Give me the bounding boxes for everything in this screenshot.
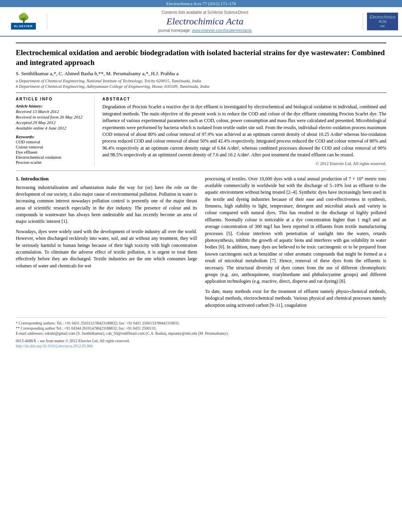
keywords-label: Keywords: [16, 134, 89, 139]
article-info-abstract-cols: ARTICLE INFO Article history: Received 1… [16, 97, 386, 165]
footnote-2: ** Corresponding author Tel.: +91 04344 … [16, 326, 386, 330]
article-title: Electrochemical oxidation and aerobic bi… [16, 48, 386, 67]
right-journal-logo: ElectrochimicaActa ISE [363, 13, 398, 30]
available-online-date: Available online 4 June 2012 [16, 126, 89, 130]
intro-paragraph-2: Nowadays, dyes were widely used with the… [16, 228, 197, 269]
elsevier-tree-icon: 🌳 [18, 13, 30, 23]
received-revised-date: Received in revised form 26 May 2012 [16, 115, 89, 119]
right-logo-box: ElectrochimicaActa ISE [367, 13, 398, 30]
left-col-article-info: ARTICLE INFO Article history: Received 1… [16, 97, 94, 165]
body-left-col: 1. Introduction Increasing industrializa… [16, 176, 197, 312]
section-number: 1. [16, 176, 20, 182]
intro-paragraph-1: Increasing industrialization and urbaniz… [16, 184, 197, 225]
keyword-5: Procion scarlet [16, 160, 89, 165]
elsevier-label: ELSEVIER [11, 23, 36, 30]
right-logo-title: ElectrochimicaActa [369, 15, 396, 24]
article-history-block: Article history: Received 13 March 2012 … [16, 104, 89, 130]
doi-link[interactable]: http://dx.doi.org/10.1016/j.electacta.20… [16, 344, 93, 348]
journal-homepage: journal homepage: www.elsevier.com/locat… [51, 28, 359, 33]
keyword-4: Electrochemical oxidation [16, 155, 89, 159]
affiliation-a: a Department of Chemical Engineering, Na… [16, 78, 386, 83]
right-logo-sub: ISE [369, 24, 396, 28]
accepted-date: Accepted 29 May 2012 [16, 120, 89, 125]
section-divider [16, 171, 386, 171]
elsevier-logo-section: 🌳 ELSEVIER [4, 13, 47, 30]
intro-right-paragraph-2: To date, many methods exist for the trea… [205, 288, 387, 309]
abstract-heading: ABSTRACT [102, 97, 386, 101]
introduction-title: 1. Introduction [16, 176, 197, 182]
article-info-heading: ARTICLE INFO [16, 97, 89, 101]
footer-issn: 0013-4686/$ – see front matter © 2012 El… [16, 339, 386, 343]
journal-header: 🌳 ELSEVIER Contents lists available at S… [0, 7, 402, 37]
abstract-text: Degradation of Procion Scarlet a reactiv… [102, 104, 386, 158]
article-title-section: Electrochemical oxidation and aerobic bi… [16, 43, 386, 93]
section-title-text: Introduction [21, 176, 49, 182]
keywords-section: Keywords: COD removal Colour removal Dye… [16, 134, 89, 165]
journal-title: Electrochimica Acta [51, 16, 359, 27]
copyright-line: © 2012 Elsevier Ltd. All rights reserved… [102, 161, 386, 166]
article-history: Article history: Received 13 March 2012 … [16, 104, 89, 130]
journal-volume-info: Electrochimica Acta 77 (2012) 171–178 [0, 0, 402, 7]
homepage-label: journal homepage: [158, 28, 192, 33]
intro-right-paragraph-1: processing of textiles. Over 10,000 dyes… [205, 176, 387, 285]
keyword-1: COD removal [16, 139, 89, 144]
body-right-col: processing of textiles. Over 10,000 dyes… [205, 176, 387, 312]
history-label: Article history: [16, 104, 43, 108]
affiliation-b: b Department of Chemical Engineering, Ad… [16, 84, 386, 89]
right-col-abstract: ABSTRACT Degradation of Procion Scarlet … [102, 97, 386, 165]
received-date: Received 13 March 2012 [16, 109, 89, 114]
footnote-3: E-mail addresses: ssknitt@gmail.com (S. … [16, 331, 386, 336]
main-content: Electrochemical oxidation and aerobic bi… [0, 37, 402, 356]
sciverse-line: Contents lists available at SciVerse Sci… [51, 10, 359, 15]
footer-doi: http://dx.doi.org/10.1016/j.electacta.20… [16, 344, 386, 348]
keyword-2: Colour removal [16, 145, 89, 149]
journal-center-info: Contents lists available at SciVerse Sci… [51, 10, 359, 33]
article-authors: S. Senthilkumar a,*, C. Ahmed Basha b,**… [16, 70, 386, 77]
body-two-col: 1. Introduction Increasing industrializa… [16, 176, 386, 312]
footnote-1: * Corresponding authors. Tel.: +91 0431 … [16, 321, 386, 325]
homepage-url[interactable]: www.elsevier.com/locate/electacta [192, 28, 252, 33]
footnotes-section: * Corresponding authors. Tel.: +91 0431 … [16, 317, 386, 348]
keyword-3: Dye effluent [16, 150, 89, 154]
